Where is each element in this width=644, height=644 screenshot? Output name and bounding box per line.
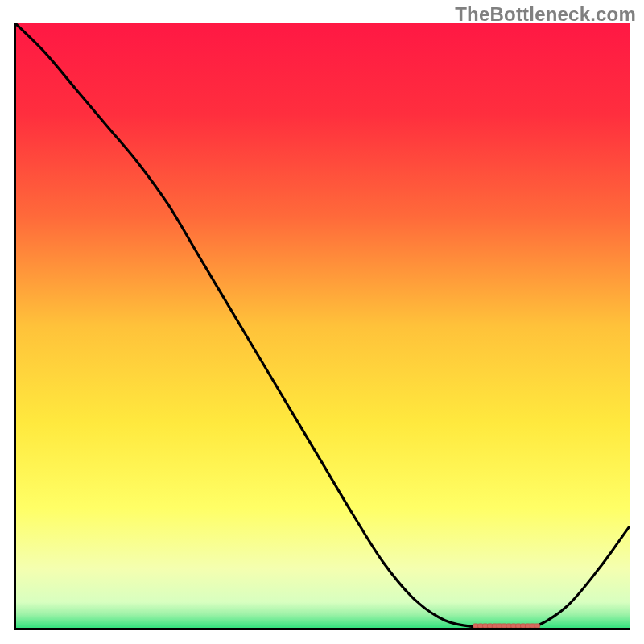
optimum-marker-dot xyxy=(487,624,492,628)
optimum-marker-dot xyxy=(502,624,506,628)
optimum-marker-dot xyxy=(506,624,511,628)
optimum-marker-dot xyxy=(535,624,539,628)
optimum-marker-dot xyxy=(511,624,516,628)
chart-svg xyxy=(14,23,630,630)
optimum-marker-dot xyxy=(516,624,521,628)
optimum-marker-dot xyxy=(492,624,497,628)
optimum-marker-dot xyxy=(478,624,483,628)
chart-container xyxy=(14,23,630,630)
optimum-marker-dot xyxy=(497,624,502,628)
optimum-marker-dot xyxy=(473,624,478,628)
optimum-marker-dot xyxy=(525,624,530,628)
optimum-marker-dot xyxy=(521,624,526,628)
optimum-marker-dot xyxy=(530,624,535,628)
optimum-marker xyxy=(473,624,540,628)
gradient-background xyxy=(14,23,630,630)
watermark-text: TheBottleneck.com xyxy=(455,3,636,26)
optimum-marker-dot xyxy=(483,624,488,628)
